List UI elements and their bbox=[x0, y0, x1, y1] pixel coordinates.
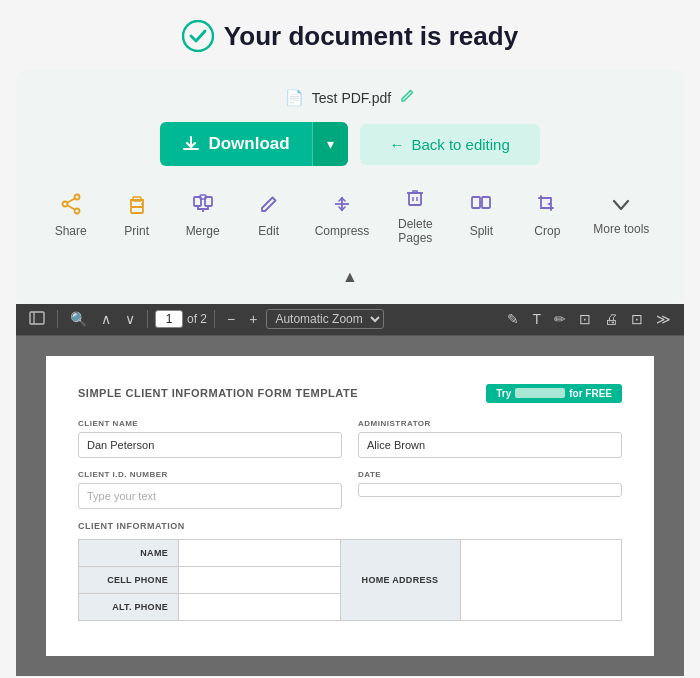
download-split-button: Download ▾ bbox=[160, 122, 347, 166]
svg-rect-7 bbox=[133, 197, 141, 201]
client-id-field: CLIENT I.D. NUMBER Type your text bbox=[78, 470, 342, 509]
pdf-content-area: SIMPLE CLIENT INFORMATION FORM TEMPLATE … bbox=[16, 336, 684, 676]
next-page-button[interactable]: ∨ bbox=[120, 308, 140, 330]
sidebar-toggle-button[interactable] bbox=[24, 308, 50, 331]
try-badge-blank bbox=[515, 388, 565, 398]
date-value bbox=[358, 483, 622, 497]
print-toolbar-button[interactable]: 🖨 bbox=[599, 308, 623, 330]
prev-page-button[interactable]: ∧ bbox=[96, 308, 116, 330]
toolbar-divider-3 bbox=[214, 310, 215, 328]
zoom-in-toolbar-button[interactable]: 🔍 bbox=[65, 308, 92, 330]
pdf-toolbar: 🔍 ∧ ∨ of 2 − + Automatic Zoom ✎ T ✏ ⊡ 🖨 … bbox=[16, 304, 684, 336]
date-field: DATE bbox=[358, 470, 622, 509]
draw-button[interactable]: ✏ bbox=[549, 308, 571, 330]
filename-row: 📄 Test PDF.pdf bbox=[285, 88, 415, 108]
download-toolbar-button[interactable]: ⊡ bbox=[626, 308, 648, 330]
crop-icon bbox=[536, 193, 558, 220]
svg-point-8 bbox=[141, 203, 143, 205]
collapse-row: ▲ bbox=[40, 266, 660, 288]
more-tools-icon bbox=[610, 195, 632, 218]
client-name-field: CLIENT NAME Dan Peterson bbox=[78, 419, 342, 458]
tool-split[interactable]: Split bbox=[451, 187, 511, 244]
print-label: Print bbox=[124, 224, 149, 238]
tool-print[interactable]: Print bbox=[107, 187, 167, 244]
cell-phone-label-cell: CELL PHONE bbox=[79, 566, 179, 593]
zoom-out-button[interactable]: − bbox=[222, 308, 240, 330]
client-name-label: CLIENT NAME bbox=[78, 419, 342, 428]
more-toolbar-button[interactable]: ≫ bbox=[651, 308, 676, 330]
compress-label: Compress bbox=[315, 224, 370, 238]
tools-row: Share Print bbox=[40, 180, 660, 252]
page-number-input[interactable] bbox=[155, 310, 183, 328]
text-button[interactable]: T bbox=[527, 308, 546, 330]
page-title: Your document is ready bbox=[224, 21, 518, 52]
tool-share[interactable]: Share bbox=[41, 187, 101, 244]
action-buttons-row: Download ▾ ← Back to editing bbox=[160, 122, 539, 166]
client-info-section-label: CLIENT INFORMATION bbox=[78, 521, 622, 531]
edit-label: Edit bbox=[258, 224, 279, 238]
merge-label: Merge bbox=[186, 224, 220, 238]
annotate-button[interactable]: ✎ bbox=[502, 308, 524, 330]
try-badge: Try for FREE bbox=[486, 384, 622, 403]
form-title: SIMPLE CLIENT INFORMATION FORM TEMPLATE bbox=[78, 387, 358, 399]
svg-rect-15 bbox=[409, 193, 421, 205]
tool-delete-pages[interactable]: DeletePages bbox=[385, 180, 445, 252]
zoom-select[interactable]: Automatic Zoom bbox=[266, 309, 384, 329]
header-section: Your document is ready bbox=[182, 20, 518, 52]
print-icon bbox=[126, 193, 148, 220]
back-to-editing-button[interactable]: ← Back to editing bbox=[360, 124, 540, 165]
delete-icon bbox=[404, 186, 426, 213]
home-address-cell: HOME ADDRESS bbox=[340, 539, 460, 620]
tool-crop[interactable]: Crop bbox=[517, 187, 577, 244]
home-address-value-cell bbox=[460, 539, 622, 620]
table-row: NAME HOME ADDRESS bbox=[79, 539, 622, 566]
client-id-label: CLIENT I.D. NUMBER bbox=[78, 470, 342, 479]
tool-more[interactable]: More tools bbox=[583, 189, 659, 242]
svg-rect-6 bbox=[131, 207, 143, 213]
alt-phone-value-cell bbox=[179, 593, 341, 620]
client-id-value: Type your text bbox=[78, 483, 342, 509]
svg-rect-20 bbox=[482, 197, 490, 208]
svg-rect-19 bbox=[472, 197, 480, 208]
split-icon bbox=[470, 193, 492, 220]
form-header-row: SIMPLE CLIENT INFORMATION FORM TEMPLATE … bbox=[78, 384, 622, 403]
tool-merge[interactable]: Merge bbox=[173, 187, 233, 244]
compress-icon bbox=[331, 193, 353, 220]
alt-phone-label-cell: ALT. PHONE bbox=[79, 593, 179, 620]
check-circle-icon bbox=[182, 20, 214, 52]
filename-text: Test PDF.pdf bbox=[312, 90, 391, 106]
toolbar-divider-2 bbox=[147, 310, 148, 328]
client-info-table: NAME HOME ADDRESS CELL PHONE ALT. PHONE bbox=[78, 539, 622, 621]
delete-pages-label: DeletePages bbox=[398, 217, 433, 246]
back-arrow-icon: ← bbox=[389, 136, 404, 153]
share-icon bbox=[60, 193, 82, 220]
download-button[interactable]: Download bbox=[160, 122, 311, 166]
document-card: 📄 Test PDF.pdf Download ▾ bbox=[16, 70, 684, 304]
svg-point-2 bbox=[74, 209, 79, 214]
tool-edit[interactable]: Edit bbox=[239, 187, 299, 244]
svg-line-5 bbox=[67, 206, 75, 210]
zoom-in-button[interactable]: + bbox=[244, 308, 262, 330]
svg-point-0 bbox=[183, 21, 213, 51]
administrator-value: Alice Brown bbox=[358, 432, 622, 458]
split-label: Split bbox=[470, 224, 493, 238]
svg-line-4 bbox=[67, 199, 75, 203]
edit-filename-button[interactable] bbox=[399, 88, 415, 108]
tool-compress[interactable]: Compress bbox=[305, 187, 380, 244]
download-dropdown-button[interactable]: ▾ bbox=[312, 122, 348, 166]
image-button[interactable]: ⊡ bbox=[574, 308, 596, 330]
collapse-button[interactable]: ▲ bbox=[342, 268, 358, 286]
toolbar-divider bbox=[57, 310, 58, 328]
edit-icon bbox=[258, 193, 280, 220]
pdf-page: SIMPLE CLIENT INFORMATION FORM TEMPLATE … bbox=[46, 356, 654, 656]
merge-icon bbox=[192, 193, 214, 220]
client-name-value: Dan Peterson bbox=[78, 432, 342, 458]
toolbar-icon-group: ✎ T ✏ ⊡ 🖨 ⊡ ≫ bbox=[502, 308, 676, 330]
cell-phone-value-cell bbox=[179, 566, 341, 593]
share-label: Share bbox=[55, 224, 87, 238]
svg-rect-22 bbox=[30, 312, 44, 324]
crop-label: Crop bbox=[534, 224, 560, 238]
id-date-fields: CLIENT I.D. NUMBER Type your text DATE bbox=[78, 470, 622, 509]
more-tools-label: More tools bbox=[593, 222, 649, 236]
administrator-label: ADMINISTRATOR bbox=[358, 419, 622, 428]
